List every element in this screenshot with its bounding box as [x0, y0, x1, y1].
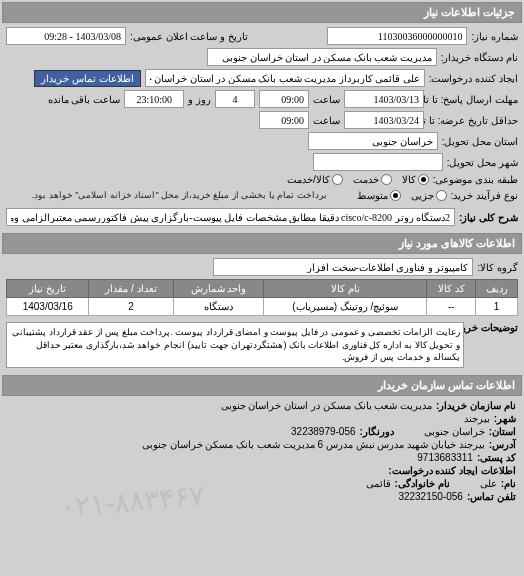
contact-org-label: نام سازمان خریدار: — [436, 400, 516, 411]
section-header-main: جزئیات اطلاعات نیاز — [2, 2, 522, 23]
radio-service[interactable] — [381, 174, 392, 185]
input-province[interactable] — [308, 132, 438, 150]
contact-province-label: استان: — [489, 426, 516, 437]
contact-link-btn[interactable]: اطلاعات تماس خریدار — [34, 70, 141, 87]
td-row: 1 — [476, 298, 518, 316]
contact-city-label: شهر: — [494, 413, 516, 424]
input-title[interactable] — [6, 208, 455, 226]
section-header-goods: اطلاعات کالاهای مورد نیاز — [2, 233, 522, 254]
label-mindate: حداقل تاریخ عرضه: تا تاریخ: — [428, 115, 518, 126]
label-day: روز و — [188, 94, 211, 105]
input-deadline-time[interactable] — [259, 90, 309, 108]
section-header-contact: اطلاعات تماس سازمان خریدار — [2, 375, 522, 396]
input-org[interactable] — [207, 48, 437, 66]
input-hours-left — [124, 90, 184, 108]
table-row[interactable]: 1 -- سوئیچ/ روتینگ (مسیریاب) دستگاه 2 14… — [7, 298, 518, 316]
contact-province: خراسان جنوبی — [424, 426, 485, 437]
contact-phone: 32232150-056 — [398, 491, 463, 502]
contact-postal-label: کد پستی: — [477, 452, 516, 463]
input-requester[interactable] — [145, 69, 425, 87]
goods-table: ردیف کد کالا نام کالا واحد شمارش تعداد /… — [6, 279, 518, 316]
td-date: 1403/03/16 — [7, 298, 89, 316]
budget-note: برداخت تمام یا بخشی از مبلغ خرید،از محل … — [26, 188, 333, 202]
label-request-no: شماره نیاز: — [471, 31, 518, 42]
radio-label-kala: کالا — [402, 174, 416, 185]
label-budget-type: نوع فرآیند خرید: — [451, 190, 518, 201]
desc-box: رعایت الزامات تخصصی و عمومی در فایل پیوس… — [6, 322, 464, 368]
contact-fax: 32238979-056 — [291, 426, 356, 437]
label-group: گروه کالا: — [477, 262, 518, 273]
contact-city: بیرجند — [464, 413, 490, 424]
th-unit: واحد شمارش — [173, 280, 264, 298]
radio-label-medium: متوسط — [357, 190, 388, 201]
th-name: نام کالا — [264, 280, 427, 298]
input-min-time[interactable] — [259, 111, 309, 129]
main-panel: جزئیات اطلاعات نیاز شماره نیاز: تاریخ و … — [0, 0, 524, 510]
contact-fax-label: دورنگار: — [360, 426, 394, 437]
table-header-row: ردیف کد کالا نام کالا واحد شمارش تعداد /… — [7, 280, 518, 298]
input-min-date[interactable] — [344, 111, 424, 129]
th-row: ردیف — [476, 280, 518, 298]
td-qty: 2 — [89, 298, 173, 316]
label-requester: ایجاد کننده درخواست: — [429, 73, 518, 84]
radio-group-budget: جزیی متوسط — [357, 190, 447, 201]
contact-address: بیرجند خیابان شهید مدرس نبش مدرس 6 مدیری… — [142, 439, 485, 450]
input-city[interactable] — [313, 153, 443, 171]
td-code: -- — [427, 298, 476, 316]
contact-creator-label: اطلاعات ایجاد کننده درخواست: — [388, 465, 516, 476]
radio-both[interactable] — [332, 174, 343, 185]
th-qty: تعداد / مقدار — [89, 280, 173, 298]
radio-partial[interactable] — [436, 190, 447, 201]
label-deadline: مهلت ارسال پاسخ: تا تاریخ: — [428, 94, 518, 105]
contact-phone-label: تلفن تماس: — [467, 491, 516, 502]
radio-kala[interactable] — [418, 174, 429, 185]
radio-label-both: کالا/خدمت — [287, 174, 330, 185]
contact-family-label: نام خانوادگی: — [395, 478, 450, 489]
label-time1: ساعت — [313, 94, 340, 105]
input-group[interactable] — [213, 258, 473, 276]
td-name: سوئیچ/ روتینگ (مسیریاب) — [264, 298, 427, 316]
label-public-date: تاریخ و ساعت اعلان عمومی: — [130, 31, 248, 42]
label-purchase-type: طبقه بندی موضوعی: — [433, 174, 518, 185]
label-desc: توضیحات خریدار: — [468, 322, 518, 333]
label-province: استان محل تحویل: — [442, 136, 518, 147]
form-area: شماره نیاز: تاریخ و ساعت اعلان عمومی: نا… — [2, 23, 522, 233]
radio-medium[interactable] — [390, 190, 401, 201]
contact-postal: 9713683311 — [417, 452, 473, 463]
th-code: کد کالا — [427, 280, 476, 298]
contact-name: علی — [480, 478, 497, 489]
radio-group-type: کالا خدمت کالا/خدمت — [287, 174, 429, 185]
input-public-date[interactable] — [6, 27, 126, 45]
contact-area: نام سازمان خریدار: مدیریت شعب بانک مسکن … — [2, 396, 522, 508]
label-title: شرح کلی نیاز: — [459, 212, 518, 223]
radio-label-partial: جزیی — [411, 190, 434, 201]
label-time2: ساعت — [313, 115, 340, 126]
th-date: تاریخ نیاز — [7, 280, 89, 298]
label-city: شهر محل تحویل: — [447, 157, 518, 168]
input-request-no[interactable] — [327, 27, 467, 45]
contact-family: قائمی — [366, 478, 391, 489]
input-days-left — [215, 90, 255, 108]
radio-label-service: خدمت — [353, 174, 379, 185]
label-remaining: ساعت باقی مانده — [48, 94, 121, 105]
contact-org: مدیریت شعب بانک مسکن در استان خراسان جنو… — [221, 400, 432, 411]
td-unit: دستگاه — [173, 298, 264, 316]
label-org: نام دستگاه خریدار: — [441, 52, 518, 63]
contact-address-label: آدرس: — [489, 439, 516, 450]
contact-name-label: نام: — [501, 478, 516, 489]
input-deadline-date[interactable] — [344, 90, 424, 108]
